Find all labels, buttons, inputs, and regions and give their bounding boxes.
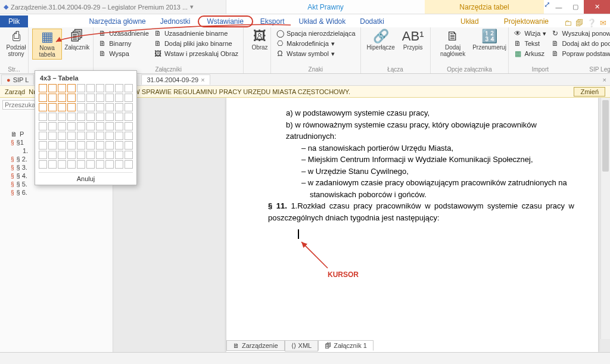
wizja-button[interactable]: 👁Wizja ▾ [512,29,547,38]
table-grid-cell[interactable] [39,113,47,121]
panel-tab-sip[interactable]: ● SIP L [1,74,34,85]
table-grid-cell[interactable] [67,122,76,130]
table-grid-cell[interactable] [105,141,114,150]
new-table-button[interactable]: ▦ Nowa tabela [32,29,62,60]
doc-tab[interactable]: 31.04.2004-09-29 × [141,74,210,85]
file-tab[interactable]: Plik [0,15,28,27]
table-grid-cell[interactable] [77,151,85,159]
table-grid-cell[interactable] [125,151,133,159]
table-grid-cell[interactable] [86,113,95,121]
arkusz-button[interactable]: ▦Arkusz [512,49,547,58]
attachment-button[interactable]: 🗐 Załącznik [64,29,89,60]
table-grid-cell[interactable] [48,132,57,140]
table-grid-cell[interactable] [48,122,57,130]
table-grid-cell[interactable] [125,103,133,111]
table-grid-cell[interactable] [58,103,66,111]
table-grid-cell[interactable] [105,122,114,130]
titlebar-icon-1[interactable]: 🗀 [564,18,572,27]
tab-narzedzia-glowne[interactable]: Narzędzia główne [82,15,152,27]
mail-icon[interactable]: ✉ [600,18,606,27]
maximize-button[interactable]: ▢ [567,0,584,14]
table-grid-cell[interactable] [67,160,76,169]
table-grid-cell[interactable] [115,113,123,121]
table-grid-cell[interactable] [96,151,104,159]
table-grid-cell[interactable] [86,151,95,159]
table-grid-cell[interactable] [48,84,57,92]
table-grid-cell[interactable] [58,151,66,159]
vertical-scrollbar[interactable] [600,98,610,339]
table-grid-cell[interactable] [48,94,57,102]
table-grid-cell[interactable] [48,141,57,150]
tab-wstawianie[interactable]: Wstawianie [198,15,253,27]
table-grid-cell[interactable] [86,132,95,140]
tekst-button[interactable]: 🗎Tekst [512,39,547,48]
table-grid-cell[interactable] [48,151,57,159]
uzasadnienie-button[interactable]: 🗎Uzasadnienie [97,29,150,38]
bottom-tab-zarzadzenie[interactable]: 🗎Zarządzenie [226,340,285,351]
dropdown-icon[interactable]: ▾ [190,3,194,11]
table-grid-cell[interactable] [39,132,47,140]
wyspa-button[interactable]: 🗎Wyspa [97,49,150,58]
table-grid-cell[interactable] [77,132,85,140]
tab-projektowanie[interactable]: Projektowanie [497,15,556,27]
table-grid-cell[interactable] [58,113,66,121]
table-grid-cell[interactable] [39,122,47,130]
table-grid-cell[interactable] [67,151,76,159]
table-grid-cell[interactable] [39,151,47,159]
table-grid-cell[interactable] [39,84,47,92]
close-icon[interactable]: × [603,76,610,83]
wyszukaj-button[interactable]: ↻Wyszukaj ponownie [550,29,610,38]
add-header-button[interactable]: 🗎Dodaj nagłówek [434,29,472,58]
table-grid-cell[interactable] [96,132,104,140]
table-grid-cell[interactable] [58,141,66,150]
table-grid-cell[interactable] [96,122,104,130]
table-grid-cell[interactable] [39,160,47,169]
wstaw-obraz-button[interactable]: 🖼Wstaw i przeskaluj Obraz [152,49,239,58]
table-grid-cell[interactable] [105,84,114,92]
table-grid-cell[interactable] [125,122,133,130]
table-grid-cell[interactable] [67,132,76,140]
tab-jednostki[interactable]: Jednostki [153,15,198,27]
table-grid-cell[interactable] [115,103,123,111]
table-grid-cell[interactable] [48,160,57,169]
table-size-grid[interactable] [39,84,133,169]
dodaj-pliki-button[interactable]: 🗎Dodaj pliki jako binarne [152,39,239,48]
popraw-button[interactable]: 🗎Popraw podstawę prawną [550,49,610,58]
table-grid-cell[interactable] [96,103,104,111]
table-grid-cell[interactable] [77,141,85,150]
minimize-button[interactable]: — [550,0,567,14]
binarny-button[interactable]: 🗎Binarny [97,39,150,48]
table-grid-cell[interactable] [58,84,66,92]
table-grid-cell[interactable] [115,84,123,92]
table-grid-cell[interactable] [115,122,123,130]
table-grid-cell[interactable] [115,151,123,159]
ribbon-collapse-icon[interactable]: ⤢ [544,0,550,14]
table-grid-cell[interactable] [58,94,66,102]
table-grid-cell[interactable] [96,113,104,121]
table-grid-cell[interactable] [115,94,123,102]
table-grid-cell[interactable] [67,103,76,111]
change-button[interactable]: Zmień [574,87,605,97]
close-button[interactable]: ✕ [584,0,610,14]
table-grid-cell[interactable] [86,94,95,102]
table-grid-cell[interactable] [77,160,85,169]
page-break-button[interactable]: ⎙ Podział strony [4,29,29,58]
tab-uklad-widok[interactable]: Układ & Widok [292,15,353,27]
help-icon[interactable]: ❔ [587,18,596,27]
uzasadnienie-bin-button[interactable]: 🗎Uzasadnienie binarne [152,29,239,38]
table-grid-cell[interactable] [77,84,85,92]
table-grid-cell[interactable] [77,103,85,111]
table-grid-cell[interactable] [105,113,114,121]
table-grid-cell[interactable] [67,84,76,92]
bottom-tab-zalacznik[interactable]: 🗐Załącznik 1 [318,340,374,351]
table-grid-cell[interactable] [86,141,95,150]
spacja-button[interactable]: ◯Spacja nierozdzielająca [275,29,357,38]
table-grid-cell[interactable] [125,141,133,150]
table-grid-cell[interactable] [39,103,47,111]
close-icon[interactable]: × [201,76,204,83]
table-grid-cell[interactable] [125,94,133,102]
table-grid-cell[interactable] [105,103,114,111]
table-grid-cell[interactable] [58,160,66,169]
table-grid-cell[interactable] [77,122,85,130]
table-grid-cell[interactable] [105,160,114,169]
